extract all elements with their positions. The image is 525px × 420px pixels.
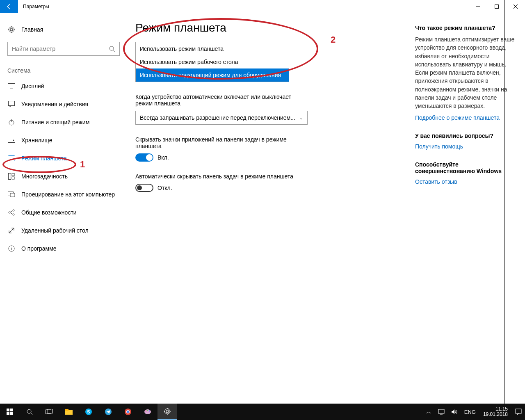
info-heading-1: Что такое режим планшета? (415, 25, 517, 31)
svg-line-25 (9, 228, 14, 233)
notify-icon (7, 100, 16, 108)
maximize-button[interactable] (487, 0, 506, 13)
nav-label: Уведомления и действия (21, 101, 88, 107)
hide-icons-toggle[interactable] (135, 153, 153, 162)
info-icon (7, 244, 16, 253)
window-title: Параметры (23, 4, 49, 9)
info-heading-3: Способствуйте совершенствованию Windows (415, 161, 517, 174)
page-title: Режим планшета (135, 21, 407, 34)
svg-point-46 (146, 411, 147, 412)
taskbar-telegram[interactable] (98, 404, 118, 420)
search-input[interactable] (7, 42, 120, 56)
svg-point-47 (147, 410, 148, 411)
svg-point-48 (149, 411, 150, 412)
nav-label: О программе (21, 245, 57, 252)
learn-more-link[interactable]: Подробнее о режиме планшета (415, 114, 517, 121)
taskbar-skype[interactable]: S (79, 404, 98, 420)
power-icon (7, 118, 16, 126)
task-view[interactable] (39, 404, 59, 420)
tray-clock[interactable]: 11:1519.01.2018 (479, 404, 512, 420)
minimize-button[interactable] (468, 0, 487, 13)
nav-label: Удаленный рабочий стол (21, 227, 89, 234)
sidebar-item-shared[interactable]: Общие возможности (0, 203, 127, 221)
close-button[interactable] (506, 0, 525, 13)
auto-switch-select[interactable]: Всегда запрашивать разрешение перед пере… (135, 111, 308, 125)
shared-icon (7, 208, 16, 217)
tray-language[interactable]: ENG (461, 404, 479, 420)
sidebar-item-projecting[interactable]: Проецирование на этот компьютер (0, 185, 127, 203)
svg-point-22 (13, 214, 14, 215)
auto-switch-label: Когда устройство автоматически включает … (135, 94, 308, 107)
back-button[interactable] (0, 0, 18, 13)
scroll-artifact (504, 0, 504, 404)
remote-icon (7, 226, 16, 235)
hide-taskbar-state: Откл. (158, 185, 172, 191)
nav-label: Питание и спящий режим (21, 119, 89, 126)
svg-text:S: S (87, 409, 90, 414)
svg-point-20 (9, 212, 10, 213)
tray-action-center-icon[interactable] (512, 404, 525, 420)
tray-chevron-up-icon[interactable]: ︿ (423, 404, 435, 420)
svg-point-28 (11, 247, 12, 248)
svg-point-12 (13, 140, 14, 141)
nav-label: Проецирование на этот компьютер (21, 191, 115, 198)
display-icon (7, 82, 16, 90)
sidebar-item-power[interactable]: Питание и спящий режим (0, 113, 127, 131)
multitask-icon (7, 172, 16, 180)
dropdown-option-auto[interactable]: Использовать подходящий режим для оборуд… (136, 68, 289, 82)
svg-rect-16 (12, 173, 14, 176)
sidebar-item-display[interactable]: Дисплей (0, 77, 127, 95)
svg-rect-6 (8, 84, 15, 88)
svg-rect-29 (7, 409, 9, 411)
sidebar-section-label: Система (0, 66, 127, 77)
nav-label: Дисплей (21, 83, 44, 89)
nav-label: Хранилище (21, 137, 52, 144)
tray-network-icon[interactable] (435, 404, 448, 420)
sidebar-home[interactable]: Главная (0, 21, 127, 38)
svg-line-34 (31, 413, 32, 415)
dropdown-option-desktop[interactable]: Использовать режим рабочего стола (136, 55, 289, 68)
svg-line-5 (113, 50, 115, 52)
chevron-down-icon: ⌄ (299, 115, 303, 121)
sidebar-item-multitasking[interactable]: Многозадачность (0, 167, 127, 185)
svg-rect-38 (65, 409, 68, 411)
hide-taskbar-toggle[interactable] (135, 184, 153, 192)
hide-taskbar-label: Автоматически скрывать панель задач в ре… (135, 173, 308, 180)
signin-mode-dropdown[interactable]: Использовать режим планшета Использовать… (135, 42, 289, 82)
svg-rect-31 (7, 412, 9, 415)
start-button[interactable] (0, 404, 20, 420)
tray-volume-icon[interactable] (448, 404, 461, 420)
system-tray: ︿ ENG 11:1519.01.2018 (423, 404, 525, 420)
sidebar-item-remote[interactable]: Удаленный рабочий стол (0, 221, 127, 240)
taskbar-settings[interactable] (158, 404, 177, 420)
svg-point-4 (110, 46, 114, 50)
svg-rect-49 (438, 409, 444, 413)
nav-label: Общие возможности (21, 209, 77, 216)
sidebar-item-notifications[interactable]: Уведомления и действия (0, 95, 127, 113)
svg-point-14 (11, 160, 12, 160)
select-value: Всегда запрашивать разрешение перед пере… (140, 114, 295, 121)
sidebar-item-storage[interactable]: Хранилище (0, 131, 127, 149)
storage-icon (7, 136, 16, 144)
svg-rect-30 (10, 409, 13, 411)
taskbar-search[interactable] (20, 404, 39, 420)
svg-rect-32 (10, 412, 13, 415)
feedback-link[interactable]: Оставить отзыв (415, 178, 517, 185)
svg-rect-1 (495, 5, 499, 9)
search-field[interactable] (12, 46, 109, 52)
svg-line-24 (10, 213, 13, 214)
gear-icon (7, 25, 16, 34)
info-panel: Что такое режим планшета? Режим планшета… (415, 13, 525, 404)
svg-rect-17 (12, 177, 14, 179)
svg-line-23 (10, 211, 13, 212)
taskbar-paint[interactable] (138, 404, 158, 420)
sidebar-item-tablet-mode[interactable]: Режим планшета (0, 149, 127, 167)
nav-label: Режим планшета (21, 155, 67, 162)
titlebar: Параметры (0, 0, 525, 13)
svg-rect-19 (10, 193, 15, 197)
get-help-link[interactable]: Получить помощь (415, 143, 517, 150)
dropdown-option-tablet[interactable]: Использовать режим планшета (136, 42, 289, 55)
taskbar-chrome[interactable] (118, 404, 138, 420)
sidebar-item-about[interactable]: О программе (0, 240, 127, 258)
taskbar-explorer[interactable] (59, 404, 79, 420)
